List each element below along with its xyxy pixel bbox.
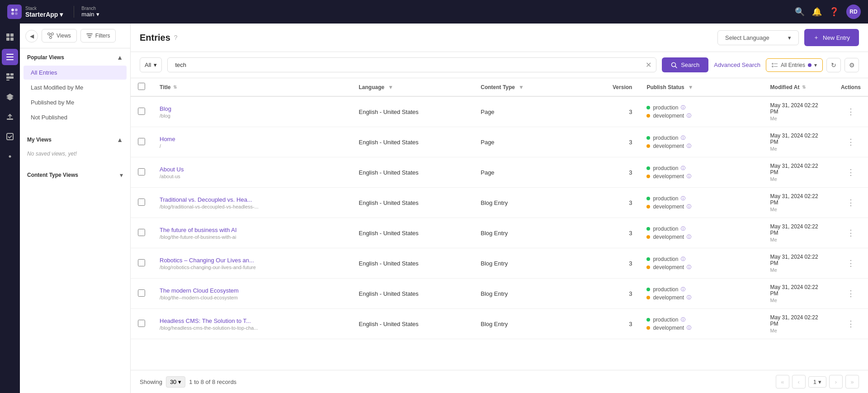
svg-rect-14 (6, 80, 9, 80)
row-publish-status: production ⓘ development ⓘ (639, 218, 763, 248)
prev-page-button[interactable]: ‹ (792, 375, 806, 388)
sidebar-icon-layers[interactable] (2, 89, 18, 105)
row-checkbox[interactable] (138, 108, 145, 115)
svg-rect-8 (6, 54, 14, 55)
status-item-development: development ⓘ (646, 173, 755, 180)
row-title-cell: Traditional vs. Decoupled vs. Hea... /bl… (152, 188, 351, 218)
branch: Branch main ▾ (74, 6, 99, 18)
sidebar-item-last-modified[interactable]: Last Modified by Me (24, 80, 127, 95)
status-info-icon[interactable]: ⓘ (681, 226, 685, 232)
collapse-button[interactable]: ◀ (25, 30, 38, 43)
popular-views-toggle[interactable]: ▲ (117, 54, 123, 61)
clear-search-button[interactable]: ✕ (646, 61, 651, 69)
refresh-button[interactable]: ↻ (826, 58, 841, 72)
status-info-icon[interactable]: ⓘ (687, 325, 691, 331)
title-sort-icon[interactable]: ⇅ (173, 85, 177, 90)
row-checkbox[interactable] (138, 199, 145, 206)
status-info-icon[interactable]: ⓘ (681, 256, 685, 262)
status-info-icon[interactable]: ⓘ (681, 104, 685, 111)
status-info-icon[interactable]: ⓘ (681, 135, 685, 141)
views-button[interactable]: Views (42, 29, 77, 43)
row-slug: /about-us (160, 174, 344, 179)
row-checkbox[interactable] (138, 259, 145, 266)
row-actions-button[interactable]: ⋮ (843, 166, 859, 179)
avatar[interactable]: RD (846, 5, 861, 19)
notifications-icon-btn[interactable]: 🔔 (812, 7, 822, 17)
row-checkbox[interactable] (138, 168, 145, 175)
status-info-icon[interactable]: ⓘ (687, 113, 691, 119)
sidebar-item-published-by-me[interactable]: Published by Me (24, 95, 127, 109)
sidebar-icon-blocks[interactable] (2, 69, 18, 85)
entries-help-icon[interactable]: ? (174, 34, 178, 41)
row-actions-button[interactable]: ⋮ (843, 135, 859, 149)
row-checkbox[interactable] (138, 320, 145, 327)
status-info-icon[interactable]: ⓘ (687, 294, 691, 301)
row-actions-button[interactable]: ⋮ (843, 317, 859, 331)
row-title[interactable]: Robotics – Changing Our Lives an... (160, 257, 344, 264)
advanced-search-button[interactable]: Advanced Search (714, 62, 760, 68)
sidebar-icon-settings[interactable] (2, 148, 18, 165)
app-name[interactable]: StarterApp ▾ (25, 11, 63, 18)
row-title[interactable]: Home (160, 136, 344, 142)
row-content-type: Blog Entry (473, 218, 584, 248)
status-info-icon[interactable]: ⓘ (687, 264, 691, 270)
status-info-icon[interactable]: ⓘ (687, 173, 691, 180)
content-type-views-toggle[interactable]: ▾ (120, 171, 123, 179)
row-slug: /blog/the-future-of-business-with-ai (160, 234, 344, 240)
status-info-icon[interactable]: ⓘ (687, 143, 691, 149)
select-all-checkbox[interactable] (138, 83, 145, 90)
publish-status-filter-icon[interactable]: ▼ (688, 84, 693, 90)
row-checkbox[interactable] (138, 138, 145, 145)
search-icon-btn[interactable]: 🔍 (795, 7, 805, 17)
chevron-down-icon: ▾ (788, 34, 791, 41)
row-actions-button[interactable]: ⋮ (843, 226, 859, 240)
next-page-button[interactable]: › (829, 375, 843, 388)
row-title[interactable]: The future of business with AI (160, 227, 344, 233)
branch-name[interactable]: main ▾ (81, 11, 99, 18)
settings-button[interactable]: ⚙ (844, 58, 859, 72)
search-button[interactable]: Search (662, 57, 708, 72)
svg-point-25 (772, 63, 774, 65)
sidebar-icon-grid[interactable] (2, 29, 18, 45)
filters-button[interactable]: Filters (80, 29, 116, 43)
status-label: production (653, 195, 678, 202)
status-info-icon[interactable]: ⓘ (687, 204, 691, 210)
sidebar-icon-upload[interactable] (2, 109, 18, 125)
row-title[interactable]: Traditional vs. Decoupled vs. Hea... (160, 196, 344, 203)
sidebar-icon-list[interactable] (2, 49, 18, 65)
new-entry-button[interactable]: ＋ New Entry (804, 29, 859, 46)
sidebar-icon-check[interactable] (2, 128, 18, 145)
row-title[interactable]: About Us (160, 166, 344, 173)
all-entries-filter-button[interactable]: All Entries ▾ (766, 58, 823, 72)
sidebar-item-all-entries[interactable]: All Entries (24, 66, 127, 80)
status-info-icon[interactable]: ⓘ (681, 165, 685, 171)
status-info-icon[interactable]: ⓘ (681, 195, 685, 202)
content-type-filter-icon[interactable]: ▼ (519, 84, 524, 90)
status-info-icon[interactable]: ⓘ (687, 234, 691, 240)
status-info-icon[interactable]: ⓘ (681, 317, 685, 323)
row-checkbox[interactable] (138, 229, 145, 236)
row-title[interactable]: Headless CMS: The Solution to T... (160, 317, 344, 324)
row-title-cell: About Us /about-us (152, 157, 351, 188)
select-language-button[interactable]: Select Language ▾ (717, 30, 799, 45)
help-icon-btn[interactable]: ❓ (829, 7, 839, 17)
status-info-icon[interactable]: ⓘ (681, 286, 685, 293)
modified-sort-icon[interactable]: ⇅ (802, 85, 806, 90)
row-actions-button[interactable]: ⋮ (843, 105, 859, 118)
row-modified-at: May 31, 2024 02:22 PM Me (763, 309, 834, 339)
row-checkbox[interactable] (138, 289, 145, 297)
row-actions-button[interactable]: ⋮ (843, 256, 859, 270)
first-page-button[interactable]: « (776, 375, 789, 388)
last-page-button[interactable]: » (845, 375, 859, 388)
row-title[interactable]: The modern Cloud Ecosystem (160, 287, 344, 294)
per-page-select[interactable]: 30 ▾ (166, 376, 185, 388)
search-input[interactable] (172, 58, 646, 72)
row-actions-button[interactable]: ⋮ (843, 196, 859, 209)
row-actions-button[interactable]: ⋮ (843, 287, 859, 300)
row-title[interactable]: Blog (160, 105, 344, 112)
my-views-toggle[interactable]: ▲ (117, 136, 123, 143)
search-type-select[interactable]: All ▾ (140, 57, 162, 72)
language-filter-icon[interactable]: ▼ (388, 84, 393, 90)
row-modified-at: May 31, 2024 02:22 PM Me (763, 127, 834, 157)
sidebar-item-not-published[interactable]: Not Published (24, 110, 127, 124)
